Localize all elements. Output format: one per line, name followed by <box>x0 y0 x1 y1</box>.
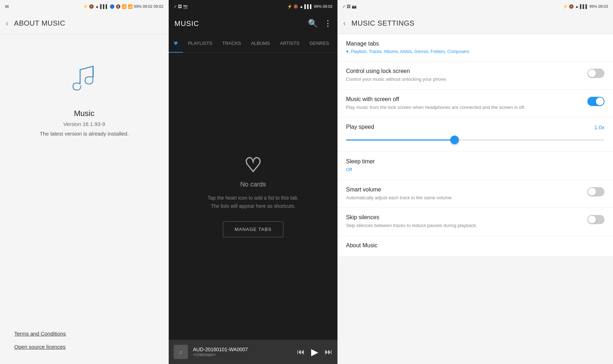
camera-settings-icon: 📷 <box>352 4 357 9</box>
image-settings-icon: 🖼 <box>347 4 351 9</box>
no-cards-heart-icon: ♡ <box>244 155 262 175</box>
skip-silences-title: Skip silences <box>346 214 582 221</box>
smart-volume-desc: Automatically adjust each track to the s… <box>346 194 582 201</box>
manage-tabs-desc: ♥, Playlists, Tracks, Albums, Artists, G… <box>346 48 604 55</box>
about-music-title: ABOUT MUSIC <box>14 19 65 27</box>
lock-screen-toggle[interactable] <box>587 69 604 78</box>
search-icon[interactable]: 🔍 <box>308 19 318 28</box>
sleep-timer-info: Sleep timer Off <box>346 158 604 173</box>
status-right-about: ⚡ 🔕 ▲ ▌▌▌ 🔵 🔇 📶 📶 99% 09:02 09:02 <box>83 4 163 9</box>
back-button-settings[interactable]: ‹ <box>343 19 346 28</box>
tab-tracks[interactable]: TRACKS <box>217 34 246 53</box>
speed-slider-thumb[interactable] <box>450 136 459 144</box>
skip-next-button[interactable]: ⏭ <box>325 347 332 357</box>
play-speed-slider-wrap <box>346 134 604 145</box>
time-about: 09:02 <box>153 4 163 9</box>
wifi-settings-icon: ▲ <box>575 4 579 9</box>
mute-settings-icon: 🔕 <box>569 4 574 9</box>
lock-screen-info: Control using lock screen Control your m… <box>346 68 582 83</box>
signal-settings-icon: ▌▌▌ <box>580 4 588 9</box>
tab-albums[interactable]: ALBUMS <box>246 34 275 53</box>
player-track-name: AUD-20160101-WA0007 <box>193 347 292 352</box>
tab-genres[interactable]: GENRES <box>304 34 334 53</box>
settings-item-play-speed: Play speed 1.0x <box>337 117 613 152</box>
signal-music-icon: ▌▌▌ <box>304 4 313 9</box>
app-name: Music <box>74 109 94 118</box>
app-install-status: The latest version is already installed. <box>40 131 129 137</box>
smart-volume-title: Smart volume <box>346 186 582 193</box>
more-options-icon[interactable]: ⋮ <box>324 19 332 28</box>
heart-tab-icon: ♥ <box>174 39 178 47</box>
status-left-music: ✓ 🖼 📷 <box>174 4 188 9</box>
about-music-settings-title: About Music <box>346 242 604 249</box>
status-right-settings: ⚡ 🔕 ▲ ▌▌▌ 99% 09:03 <box>563 4 608 9</box>
smart-volume-info: Smart volume Automatically adjust each t… <box>346 186 582 201</box>
about-footer: Terms and Conditions Open source licence… <box>0 323 168 364</box>
terms-conditions-link[interactable]: Terms and Conditions <box>14 331 154 337</box>
panel-music: ✓ 🖼 📷 ⚡ 🔕 ▲ ▌▌▌ 99% 09:02 MUSIC 🔍 ⋮ ♥ PL… <box>169 0 337 364</box>
player-info: AUD-20160101-WA0007 <Unknown> <box>193 347 292 357</box>
time-settings: 09:03 <box>598 4 608 9</box>
time-music: 09:02 <box>323 4 332 9</box>
settings-item-sleep-timer[interactable]: Sleep timer Off <box>337 152 613 180</box>
speed-slider-filled <box>346 139 455 141</box>
sleep-timer-title: Sleep timer <box>346 158 604 165</box>
image-icon: 🖼 <box>178 4 182 9</box>
status-right-music: ⚡ 🔕 ▲ ▌▌▌ 99% 09:02 <box>287 4 332 9</box>
app-version: Version 16.1.93-9 <box>63 121 105 127</box>
screen-off-info: Music with screen off Play music from th… <box>346 96 582 111</box>
settings-list: Manage tabs ♥, Playlists, Tracks, Albums… <box>337 34 613 364</box>
player-controls: ⏮ ▶ ⏭ <box>297 347 332 358</box>
screen-off-desc: Play music from the lock screen when hea… <box>346 104 582 111</box>
smart-volume-toggle[interactable] <box>587 187 604 196</box>
music-header-icons: 🔍 ⋮ <box>308 19 332 28</box>
skip-silences-desc: Skip silences between tracks to reduce p… <box>346 222 582 229</box>
player-album-art: ♪ <box>174 345 188 359</box>
checkmark-settings-icon: ✓ <box>342 4 346 9</box>
wifi-music-icon: ▲ <box>299 4 303 9</box>
settings-item-smart-volume: Smart volume Automatically adjust each t… <box>337 180 613 208</box>
lock-screen-desc: Control your music without unlocking you… <box>346 76 582 83</box>
lock-screen-title: Control using lock screen <box>346 68 582 74</box>
mute-icon: 🔕 <box>89 4 94 9</box>
skip-silences-toggle[interactable] <box>587 215 604 224</box>
settings-item-skip-silences: Skip silences Skip silences between trac… <box>337 208 613 236</box>
mute-music-icon: 🔕 <box>293 4 298 9</box>
tab-genres-label: GENRES <box>309 41 329 46</box>
panel-settings: ✓ 🖼 📷 ⚡ 🔕 ▲ ▌▌▌ 99% 09:03 ‹ MUSIC SETTIN… <box>337 0 613 364</box>
checkmark-icon: ✓ <box>174 4 177 9</box>
skip-silences-info: Skip silences Skip silences between trac… <box>346 214 582 229</box>
open-source-licences-link[interactable]: Open source licences <box>14 344 154 350</box>
svg-line-1 <box>80 66 93 70</box>
tab-playlists[interactable]: PLAYLISTS <box>183 34 217 53</box>
tab-heart[interactable]: ♥ <box>169 34 183 53</box>
about-music-info: About Music <box>346 242 604 250</box>
status-bar-settings: ✓ 🖼 📷 ⚡ 🔕 ▲ ▌▌▌ 99% 09:03 <box>337 0 613 13</box>
status-bar-about: ✉ ⚡ 🔕 ▲ ▌▌▌ 🔵 🔇 📶 📶 99% 09:02 09:02 <box>0 0 168 13</box>
tab-tracks-label: TRACKS <box>222 41 241 46</box>
status-bar-music: ✓ 🖼 📷 ⚡ 🔕 ▲ ▌▌▌ 99% 09:02 <box>169 0 337 13</box>
bluetooth-settings-icon: ⚡ <box>563 4 568 9</box>
screen-off-toggle[interactable] <box>587 97 604 106</box>
tab-artists-label: ARTISTS <box>280 41 299 46</box>
settings-item-manage-tabs[interactable]: Manage tabs ♥, Playlists, Tracks, Albums… <box>337 34 613 62</box>
signal-icon: ▌▌▌ <box>100 4 108 9</box>
battery-music: 99% <box>314 4 321 9</box>
manage-tabs-button[interactable]: MANAGE TABS <box>223 221 283 237</box>
skip-prev-button[interactable]: ⏮ <box>297 347 305 357</box>
settings-item-about-music[interactable]: About Music <box>337 236 613 257</box>
back-button-about[interactable]: ‹ <box>6 19 8 28</box>
play-button[interactable]: ▶ <box>311 347 318 358</box>
music-tabs: ♥ PLAYLISTS TRACKS ALBUMS ARTISTS GENRES <box>169 34 337 53</box>
sleep-timer-desc: Off <box>346 166 604 173</box>
status-left-settings: ✓ 🖼 📷 <box>342 4 357 9</box>
tab-artists[interactable]: ARTISTS <box>275 34 304 53</box>
manage-tabs-info: Manage tabs ♥, Playlists, Tracks, Albums… <box>346 41 604 55</box>
bluetooth-music-icon: ⚡ <box>287 4 292 9</box>
settings-title: MUSIC SETTINGS <box>351 19 414 27</box>
settings-header: ‹ MUSIC SETTINGS <box>337 13 613 34</box>
battery-settings: 99% <box>589 4 597 9</box>
speed-slider-track <box>346 139 604 141</box>
manage-tabs-title: Manage tabs <box>346 41 604 47</box>
status-notification-icon: ✉ <box>5 4 9 9</box>
